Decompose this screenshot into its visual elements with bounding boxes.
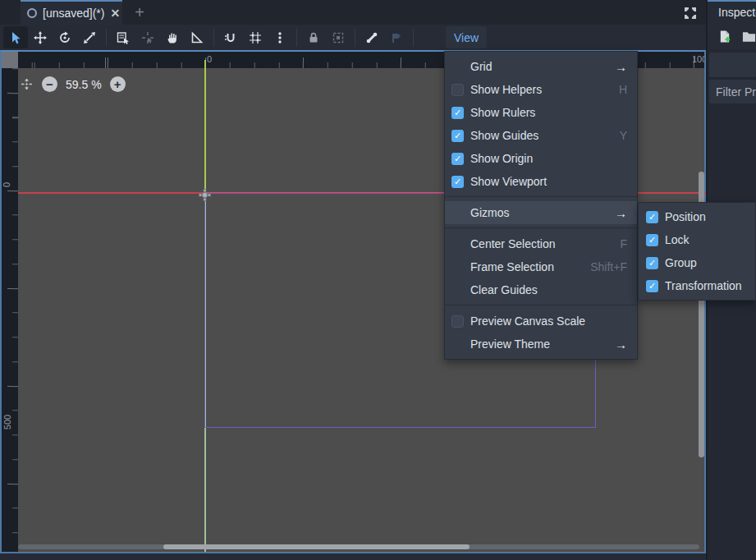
checkbox-checked-icon: ✓ — [451, 153, 464, 165]
menu-item-show-origin[interactable]: ✓ Show Origin — [445, 147, 637, 170]
add-scene-tab-button[interactable]: + — [130, 2, 149, 23]
select-arrow-icon — [9, 31, 22, 44]
scene-tab-bar: [unsaved](*) ✕ + — [0, 0, 706, 25]
bone-icon — [365, 31, 378, 44]
crosshair-cursor-icon — [141, 31, 154, 44]
toolbar-separator — [296, 29, 297, 47]
view-menu-popup: Grid → Show Helpers H ✓ Show Rulers ✓ Sh… — [444, 51, 638, 360]
inspector-object-bar[interactable] — [709, 53, 756, 77]
checkbox-checked-icon: ✓ — [646, 257, 658, 269]
submenu-item-group[interactable]: ✓ Group — [639, 251, 755, 274]
menu-item-show-guides[interactable]: ✓ Show Guides Y — [445, 124, 637, 147]
menu-item-label: Show Rulers — [470, 106, 535, 119]
ruler-icon — [190, 31, 204, 44]
scale-tool-button[interactable] — [77, 26, 102, 48]
menu-shortcut: Shift+F — [590, 260, 627, 273]
center-view-icon[interactable] — [20, 77, 34, 91]
zoom-out-button[interactable]: − — [42, 76, 57, 92]
checkbox-unchecked-icon — [451, 315, 464, 328]
zoom-controls: − 59.5 % + — [20, 76, 126, 92]
submenu-arrow-icon: → — [615, 60, 627, 74]
inspector-title[interactable]: Inspector — [708, 2, 756, 23]
menu-item-show-helpers[interactable]: Show Helpers H — [445, 78, 637, 101]
distraction-free-icon[interactable] — [681, 4, 699, 22]
menu-item-show-viewport[interactable]: ✓ Show Viewport — [445, 170, 637, 193]
menu-item-frame-selection[interactable]: Frame Selection Shift+F — [445, 255, 637, 278]
move-node-to-click-button[interactable] — [135, 26, 160, 48]
bottom-panel-edge — [0, 553, 706, 560]
godot-editor-window: [unsaved](*) ✕ + — [0, 0, 756, 560]
checkbox-checked-icon: ✓ — [451, 176, 464, 188]
group-icon — [332, 31, 345, 44]
selected-node-origin-gizmo[interactable] — [199, 189, 211, 204]
snap-options-button[interactable] — [268, 26, 292, 48]
filter-properties-input[interactable]: Filter Properties — [709, 80, 756, 103]
gizmos-submenu-popup: ✓ Position ✓ Lock ✓ Group ✓ Transformati… — [638, 202, 756, 301]
lock-icon — [307, 31, 320, 44]
pan-hand-icon — [166, 31, 179, 44]
menu-item-show-rulers[interactable]: ✓ Show Rulers — [445, 101, 637, 124]
menu-item-preview-canvas-scale[interactable]: Preview Canvas Scale — [445, 310, 637, 333]
ruler-mode-button[interactable] — [185, 26, 209, 48]
menu-item-gizmos[interactable]: Gizmos → — [445, 201, 637, 224]
ruler-corner-box — [2, 52, 18, 68]
menu-item-preview-theme[interactable]: Preview Theme → — [445, 333, 637, 356]
select-tool-button[interactable] — [3, 26, 28, 48]
toolbar-separator — [355, 29, 355, 47]
menu-item-center-selection[interactable]: Center Selection F — [445, 232, 637, 255]
submenu-item-transformation[interactable]: ✓ Transformation — [639, 274, 755, 297]
skeleton-options-button[interactable] — [384, 26, 409, 48]
menu-shortcut: Y — [620, 129, 627, 142]
move-tool-button[interactable] — [28, 26, 53, 48]
menu-item-clear-guides[interactable]: Clear Guides — [445, 278, 637, 301]
vertical-ruler: 0 500 — [2, 68, 18, 552]
lock-node-button[interactable] — [301, 26, 326, 48]
scene-node-icon — [27, 8, 37, 18]
menu-item-label: Position — [665, 210, 706, 223]
checkbox-checked-icon: ✓ — [646, 234, 658, 246]
new-resource-icon[interactable] — [718, 30, 731, 44]
menu-item-grid[interactable]: Grid → — [445, 55, 637, 78]
menu-shortcut: F — [620, 237, 627, 250]
list-select-icon — [117, 31, 130, 44]
ruler-label: 0 — [2, 182, 11, 187]
y-axis-line — [204, 60, 206, 192]
grid-snap-button[interactable] — [243, 26, 268, 48]
toolbar-separator — [413, 29, 414, 47]
menu-separator — [445, 227, 637, 228]
checkbox-checked-icon: ✓ — [646, 280, 658, 292]
toolbar-separator — [213, 29, 214, 47]
scene-tab[interactable]: [unsaved](*) ✕ — [21, 0, 122, 25]
rotate-icon — [58, 31, 71, 44]
smart-snap-button[interactable] — [218, 26, 243, 48]
group-node-button[interactable] — [326, 26, 351, 48]
vertical-dots-icon — [273, 31, 286, 44]
list-select-button[interactable] — [111, 26, 135, 48]
menu-item-label: Preview Theme — [470, 337, 550, 351]
move-icon — [34, 31, 47, 44]
checkbox-unchecked-icon — [451, 84, 464, 96]
scene-tab-title: [unsaved](*) — [43, 7, 104, 20]
checkbox-checked-icon: ✓ — [646, 211, 658, 223]
menu-item-label: Center Selection — [470, 237, 556, 250]
magnet-icon — [224, 31, 237, 44]
submenu-arrow-icon: → — [615, 337, 627, 351]
view-menu-button[interactable]: View — [446, 26, 487, 48]
tab-close-icon[interactable]: ✕ — [110, 7, 120, 20]
skeleton-options-icon — [390, 31, 403, 44]
menu-separator — [445, 196, 637, 197]
inspector-toolbar — [708, 23, 756, 49]
zoom-in-button[interactable]: + — [110, 76, 126, 92]
submenu-item-position[interactable]: ✓ Position — [639, 205, 755, 228]
bone-button[interactable] — [360, 26, 384, 48]
load-resource-folder-icon[interactable] — [742, 30, 756, 43]
zoom-level-value[interactable]: 59.5 % — [66, 78, 102, 91]
checkbox-checked-icon: ✓ — [451, 107, 464, 119]
menu-item-label: Show Guides — [470, 129, 538, 142]
rotate-tool-button[interactable] — [53, 26, 77, 48]
toolbar-separator — [106, 29, 107, 47]
menu-item-label: Show Helpers — [470, 83, 542, 96]
horizontal-scrollbar-thumb[interactable] — [163, 544, 470, 549]
submenu-item-lock[interactable]: ✓ Lock — [639, 228, 755, 251]
pan-tool-button[interactable] — [160, 26, 185, 48]
